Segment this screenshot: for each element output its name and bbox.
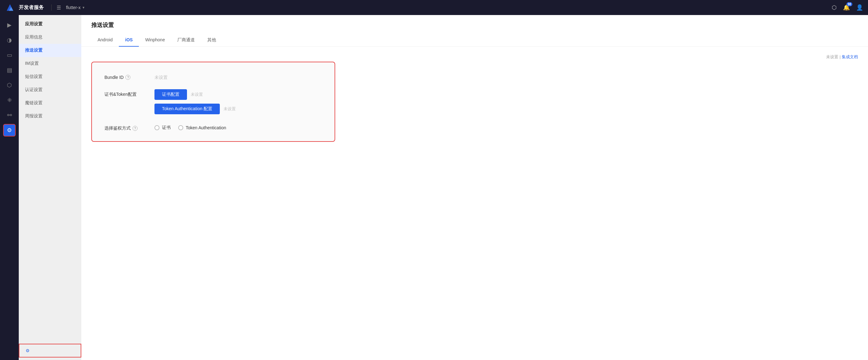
main-layout: ▶ ◑ ▭ ▤ ⬡ ⁜ ⚯ ⚙ 应用设置 应用信息 推送设置 IM设置 短信设置… bbox=[0, 15, 868, 360]
nav-item-sms-settings[interactable]: 短信设置 bbox=[19, 70, 81, 83]
radio-token-circle bbox=[178, 125, 183, 130]
auth-help[interactable]: ? bbox=[132, 126, 137, 131]
sidebar-icon-link[interactable]: ⚯ bbox=[3, 109, 16, 121]
nav-item-app-info[interactable]: 应用信息 bbox=[19, 31, 81, 44]
bundle-id-label: Bundle ID ? bbox=[104, 72, 154, 80]
sidebar-icon-analytics[interactable]: ◑ bbox=[3, 34, 16, 46]
nav-item-im-settings[interactable]: IM设置 bbox=[19, 57, 81, 70]
sidebar-icon-users[interactable]: ⁜ bbox=[3, 94, 16, 106]
cert-unset-text: 未设置 bbox=[191, 92, 203, 98]
bundle-id-text: 未设置 bbox=[154, 72, 322, 80]
nav-item-magic-settings[interactable]: 魔链设置 bbox=[19, 96, 81, 110]
tab-other[interactable]: 其他 bbox=[201, 34, 222, 47]
cert-config-button[interactable]: 证书配置 bbox=[154, 89, 187, 100]
docs-link[interactable]: 集成文档 bbox=[842, 54, 858, 59]
bundle-id-help[interactable]: ? bbox=[125, 75, 130, 80]
content-body: 未设置 | 集成文档 Bundle ID ? 未设置 bbox=[81, 47, 868, 360]
radio-cert-label: 证书 bbox=[162, 125, 171, 131]
project-selector[interactable]: flutter-x ▾ bbox=[66, 5, 85, 10]
project-name: flutter-x bbox=[66, 5, 81, 10]
nav-section-title: 应用设置 bbox=[19, 15, 81, 31]
nav-item-push-settings[interactable]: 推送设置 bbox=[19, 44, 81, 57]
topbar-divider bbox=[51, 4, 52, 11]
tabs: Android iOS Winphone 厂商通道 其他 bbox=[91, 34, 858, 46]
bundle-id-value: 未设置 bbox=[154, 72, 322, 80]
tab-ios[interactable]: iOS bbox=[119, 34, 139, 47]
bell-icon[interactable]: 🔔 98 bbox=[843, 4, 850, 11]
nav-item-settings-active[interactable]: ⚙ bbox=[19, 344, 81, 358]
cert-button-row: 证书配置 未设置 bbox=[154, 89, 322, 100]
separator: | bbox=[840, 54, 842, 59]
app-logo[interactable] bbox=[5, 2, 15, 12]
nav-item-report-settings[interactable]: 周报设置 bbox=[19, 110, 81, 123]
content-area: 推送设置 Android iOS Winphone 厂商通道 其他 bbox=[81, 15, 868, 360]
page-title: 推送设置 bbox=[91, 21, 858, 29]
cert-token-label: 证书&Token配置 bbox=[104, 89, 154, 98]
cert-token-value: 证书配置 未设置 Token Authentication 配置 未设置 bbox=[154, 89, 322, 114]
topbar: 开发者服务 ☰ flutter-x ▾ ⬡ 🔔 98 👤 bbox=[0, 0, 868, 15]
doc-icon[interactable]: ☰ bbox=[57, 5, 61, 11]
top-right-links: 未设置 | 集成文档 bbox=[826, 54, 858, 60]
cube-icon[interactable]: ⬡ bbox=[832, 4, 837, 11]
auth-method-value: 证书 Token Authentication bbox=[154, 123, 322, 131]
sidebar-icon-shield[interactable]: ⬡ bbox=[3, 79, 16, 91]
radio-token-option[interactable]: Token Authentication bbox=[178, 125, 226, 130]
config-card: Bundle ID ? 未设置 证书&Token配置 证书配置 bbox=[91, 62, 335, 142]
token-auth-config-button[interactable]: Token Authentication 配置 bbox=[154, 104, 220, 114]
unset-label: 未设置 bbox=[826, 54, 838, 59]
radio-group: 证书 Token Authentication bbox=[154, 123, 322, 131]
nav-item-auth-settings[interactable]: 认证设置 bbox=[19, 83, 81, 96]
tab-winphone[interactable]: Winphone bbox=[139, 34, 171, 47]
sidebar-icon-play[interactable]: ▶ bbox=[3, 19, 16, 31]
content-header: 推送设置 Android iOS Winphone 厂商通道 其他 bbox=[81, 15, 868, 47]
token-unset-text: 未设置 bbox=[223, 106, 236, 112]
sidebar-icon-message[interactable]: ▤ bbox=[3, 64, 16, 76]
radio-cert-option[interactable]: 证书 bbox=[154, 125, 171, 131]
sidebar-icon-settings[interactable]: ⚙ bbox=[3, 124, 16, 137]
auth-method-label: 选择鉴权方式 ? bbox=[104, 123, 154, 131]
project-arrow: ▾ bbox=[83, 5, 85, 10]
token-button-row: Token Authentication 配置 未设置 bbox=[154, 104, 322, 114]
auth-method-row: 选择鉴权方式 ? 证书 Token Authentication bbox=[104, 123, 322, 131]
tab-vendor[interactable]: 厂商通道 bbox=[171, 34, 201, 47]
sidebar-icon-monitor[interactable]: ▭ bbox=[3, 49, 16, 61]
tab-android[interactable]: Android bbox=[91, 34, 119, 47]
bundle-id-row: Bundle ID ? 未设置 bbox=[104, 72, 322, 80]
radio-cert-circle bbox=[154, 125, 159, 130]
topbar-icons: ⬡ 🔔 98 👤 bbox=[832, 4, 863, 11]
app-title: 开发者服务 bbox=[19, 4, 44, 11]
cert-token-row: 证书&Token配置 证书配置 未设置 Token Authentication… bbox=[104, 89, 322, 114]
notification-badge: 98 bbox=[846, 2, 852, 6]
radio-token-label: Token Authentication bbox=[186, 125, 226, 130]
icon-sidebar: ▶ ◑ ▭ ▤ ⬡ ⁜ ⚯ ⚙ bbox=[0, 15, 19, 360]
user-icon[interactable]: 👤 bbox=[856, 4, 863, 11]
nav-sidebar: 应用设置 应用信息 推送设置 IM设置 短信设置 认证设置 魔链设置 周报设置 … bbox=[19, 15, 81, 360]
